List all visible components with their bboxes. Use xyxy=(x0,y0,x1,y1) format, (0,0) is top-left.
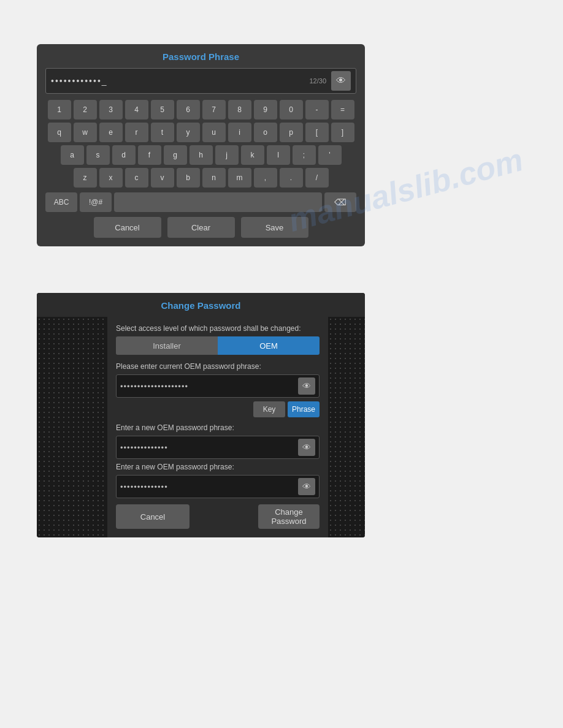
current-pw-label: Please enter current OEM password phrase… xyxy=(116,362,320,371)
key-phrase-toggle-row: Key Phrase xyxy=(116,401,320,417)
new-pw-field-row-1: •••••••••••••• 👁 xyxy=(116,436,320,459)
key-slash[interactable]: / xyxy=(305,168,329,188)
key-1[interactable]: 1 xyxy=(48,100,71,119)
key-x[interactable]: x xyxy=(99,168,123,188)
key-w[interactable]: w xyxy=(74,123,97,142)
key-z[interactable]: z xyxy=(74,168,97,188)
key-b[interactable]: b xyxy=(177,168,200,188)
access-level-label: Select access level of which password sh… xyxy=(116,324,320,333)
key-dash[interactable]: - xyxy=(305,100,329,119)
key-o[interactable]: o xyxy=(254,123,277,142)
backspace-button[interactable]: ⌫ xyxy=(324,192,356,212)
password-dots: ••••••••••••_ xyxy=(51,76,309,86)
password-count: 12/30 xyxy=(309,77,326,85)
key-g[interactable]: g xyxy=(164,145,187,165)
key-u[interactable]: u xyxy=(202,123,226,142)
change-password-panel: Change Password Select access level of w… xyxy=(37,293,365,537)
new-pw-1-visibility-toggle[interactable]: 👁 xyxy=(298,439,315,456)
key-2[interactable]: 2 xyxy=(74,100,97,119)
key-6[interactable]: 6 xyxy=(177,100,200,119)
new-pw-dots-2: •••••••••••••• xyxy=(120,482,298,491)
right-dots-decoration xyxy=(328,317,365,537)
key-m[interactable]: m xyxy=(228,168,251,188)
key-t[interactable]: t xyxy=(151,123,174,142)
keyboard-row-asdf: a s d f g h j k l ; ' xyxy=(45,145,356,165)
keyboard-action-row: Cancel Clear Save xyxy=(45,217,356,238)
toggle-visibility-button[interactable]: 👁 xyxy=(331,71,351,91)
key-p[interactable]: p xyxy=(280,123,303,142)
keyboard-row-numbers: 1 2 3 4 5 6 7 8 9 0 - = xyxy=(45,100,356,119)
key-5[interactable]: 5 xyxy=(151,100,174,119)
key-rbracket[interactable]: ] xyxy=(331,123,354,142)
change-password-title: Change Password xyxy=(37,293,365,311)
key-f[interactable]: f xyxy=(138,145,161,165)
phrase-toggle-button[interactable]: Phrase xyxy=(288,401,320,417)
new-pw-dots-1: •••••••••••••• xyxy=(120,443,298,452)
change-cancel-button[interactable]: Cancel xyxy=(116,504,190,529)
key-8[interactable]: 8 xyxy=(228,100,251,119)
key-n[interactable]: n xyxy=(202,168,226,188)
key-4[interactable]: 4 xyxy=(125,100,148,119)
key-lbracket[interactable]: [ xyxy=(305,123,329,142)
installer-button[interactable]: Installer xyxy=(116,336,218,355)
new-pw-2-visibility-toggle[interactable]: 👁 xyxy=(298,478,315,495)
cancel-button[interactable]: Cancel xyxy=(94,217,161,238)
new-pw-field-row-2: •••••••••••••• 👁 xyxy=(116,475,320,498)
new-pw-label-2: Enter a new OEM password phrase: xyxy=(116,463,320,471)
key-period[interactable]: . xyxy=(280,168,303,188)
abc-button[interactable]: ABC xyxy=(45,192,77,212)
current-pw-visibility-toggle[interactable]: 👁 xyxy=(298,377,315,395)
key-semicolon[interactable]: ; xyxy=(293,145,316,165)
key-k[interactable]: k xyxy=(241,145,264,165)
key-equals[interactable]: = xyxy=(331,100,354,119)
key-e[interactable]: e xyxy=(99,123,123,142)
keyboard-bottom-row: ABC !@# ⌫ xyxy=(45,192,356,212)
key-3[interactable]: 3 xyxy=(99,100,123,119)
key-j[interactable]: j xyxy=(215,145,239,165)
left-dots-decoration xyxy=(37,317,107,537)
save-button[interactable]: Save xyxy=(241,217,308,238)
change-action-row: Cancel Change Password xyxy=(116,504,320,529)
key-quote[interactable]: ' xyxy=(318,145,342,165)
key-toggle-button[interactable]: Key xyxy=(253,401,285,417)
keyboard-panel: Password Phrase ••••••••••••_ 12/30 👁 1 … xyxy=(37,44,365,246)
sym-button[interactable]: !@# xyxy=(80,192,112,212)
key-d[interactable]: d xyxy=(112,145,136,165)
access-level-row: Installer OEM xyxy=(116,336,320,355)
key-h[interactable]: h xyxy=(190,145,213,165)
clear-button[interactable]: Clear xyxy=(167,217,235,238)
key-y[interactable]: y xyxy=(177,123,200,142)
keyboard-row-zxcv: z x c v b n m , . / xyxy=(45,168,356,188)
current-pw-dots: •••••••••••••••••••• xyxy=(120,382,298,391)
change-password-content: Select access level of which password sh… xyxy=(107,317,328,537)
keyboard-rows: 1 2 3 4 5 6 7 8 9 0 - = q w e r t y u i … xyxy=(45,100,356,188)
keyboard-row-qwerty: q w e r t y u i o p [ ] xyxy=(45,123,356,142)
panel-change-inner: Select access level of which password sh… xyxy=(37,317,365,537)
oem-button[interactable]: OEM xyxy=(218,336,320,355)
key-i[interactable]: i xyxy=(228,123,251,142)
keyboard-panel-title: Password Phrase xyxy=(45,51,356,62)
key-9[interactable]: 9 xyxy=(254,100,277,119)
key-l[interactable]: l xyxy=(267,145,290,165)
key-a[interactable]: a xyxy=(61,145,84,165)
key-s[interactable]: s xyxy=(86,145,110,165)
new-pw-label-1: Enter a new OEM password phrase: xyxy=(116,423,320,432)
key-r[interactable]: r xyxy=(125,123,148,142)
password-input-row: ••••••••••••_ 12/30 👁 xyxy=(45,68,356,94)
key-0[interactable]: 0 xyxy=(280,100,303,119)
change-password-button[interactable]: Change Password xyxy=(258,504,320,529)
key-v[interactable]: v xyxy=(151,168,174,188)
space-button[interactable] xyxy=(114,192,322,212)
current-pw-field-row: •••••••••••••••••••• 👁 xyxy=(116,374,320,398)
key-comma[interactable]: , xyxy=(254,168,277,188)
key-7[interactable]: 7 xyxy=(202,100,226,119)
key-c[interactable]: c xyxy=(125,168,148,188)
key-q[interactable]: q xyxy=(48,123,71,142)
